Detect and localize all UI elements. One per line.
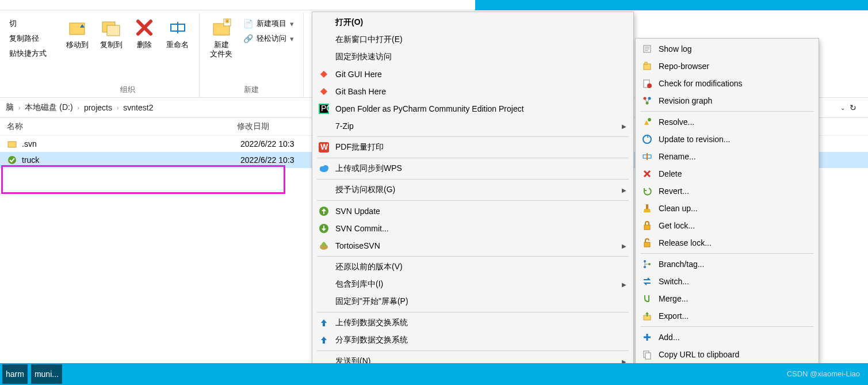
menu-separator [640,326,814,327]
submenu-arrow-icon: ▶ [622,281,626,288]
graph-icon [640,94,654,108]
dropdown-icon[interactable]: ⌄ [839,105,846,111]
menu-separator [317,136,629,137]
menu-item[interactable]: 在新窗口中打开(E) [313,31,632,48]
menu-separator [317,179,629,180]
menu-item[interactable]: 固定到快速访问 [313,48,632,66]
new-item-icon: 📄 [243,18,253,29]
menu-item[interactable]: Switch... [637,273,817,290]
svg-text:W: W [320,142,328,151]
svn-ok-icon [7,155,17,165]
menu-item[interactable]: 还原以前的版本(V) [313,258,632,276]
menu-item[interactable]: SVN Commit... [313,220,632,237]
copy-path-button[interactable]: 复制路径 [7,32,49,45]
menu-item[interactable]: Clean up... [637,200,817,217]
menu-separator [317,256,629,257]
submenu-arrow-icon: ▶ [622,187,626,193]
taskbar-button[interactable]: harm [2,364,28,384]
menu-item[interactable]: 授予访问权限(G)▶ [313,181,632,199]
breadcrumb-seg[interactable]: 脑 [5,102,15,113]
cut-button[interactable]: 切 [7,17,49,30]
wps-icon: W [317,140,331,154]
add-icon [640,330,654,344]
menu-item[interactable]: Get lock... [637,217,817,234]
breadcrumb-seg[interactable]: projects [83,103,113,112]
rename-icon [167,17,188,38]
rename-button[interactable]: 重命名 [163,15,192,52]
menu-separator [640,253,814,254]
menu-item[interactable]: Update to revision... [637,131,817,148]
menu-item[interactable]: Git Bash Here [313,83,632,100]
column-date[interactable]: 修改日期 [237,121,318,132]
menu-item[interactable]: Revert... [637,182,817,200]
menu-item[interactable]: Release lock... [637,234,817,251]
menu-item-label: SVN Update [335,207,380,216]
easy-access-button[interactable]: 🔗 轻松访问▾ [240,32,296,45]
paste-shortcut-button[interactable]: 贴快捷方式 [7,47,49,60]
refresh-icon[interactable]: ↻ [848,103,858,112]
up-icon [317,333,331,347]
menu-item[interactable]: Git GUI Here [313,66,632,83]
update-icon [640,132,654,146]
menu-item[interactable]: 打开(O) [313,14,632,31]
menu-item[interactable]: 上传或同步到WPS [313,160,632,177]
menu-item[interactable]: Rename... [637,148,817,165]
menu-item-label: Check for modifications [659,79,743,88]
watermark: CSDN @xiaomei-Liao [787,369,860,378]
log-icon [640,42,654,56]
menu-item[interactable]: Branch/tag... [637,256,817,273]
menu-item[interactable]: Add... [637,329,817,346]
copy-to-button[interactable]: 复制到 [97,15,126,52]
new-item-button[interactable]: 📄 新建项目▾ [240,17,296,30]
breadcrumb-seg[interactable]: 本地磁盘 (D:) [24,102,74,113]
svg-text:PC: PC [321,104,329,113]
menu-item[interactable]: Delete [637,165,817,182]
svg-rect-8 [8,142,16,147]
svg-rect-46 [645,353,651,359]
menu-item[interactable]: SVN Update [313,203,632,220]
menu-item[interactable]: 包含到库中(I)▶ [313,276,632,293]
menu-item-label: Add... [659,333,680,342]
menu-item[interactable]: Check for modifications [637,75,817,92]
menu-item[interactable]: 分享到数据交换系统 [313,331,632,349]
menu-item[interactable]: Export... [637,307,817,325]
git-icon [317,67,331,81]
svg-rect-2 [107,25,120,36]
menu-item[interactable]: Resolve... [637,113,817,131]
menu-item[interactable]: 7-Zip▶ [313,117,632,135]
blank-icon [317,277,331,291]
menu-item[interactable]: Show log [637,40,817,58]
menu-item[interactable]: Revision graph [637,92,817,109]
breadcrumb-seg[interactable]: svntest2 [122,103,154,112]
menu-item-label: Update to revision... [659,135,731,144]
move-to-button[interactable]: 移动到 [63,15,92,52]
mods-icon [640,77,654,90]
taskbar: harm muni... [0,363,868,385]
menu-item-label: 包含到库中(I) [335,279,383,289]
menu-item[interactable]: Repo-browser [637,58,817,75]
menu-item[interactable]: Copy URL to clipboard [637,346,817,363]
menu-item[interactable]: WPDF批量打印 [313,139,632,156]
new-folder-icon: ✷ [211,17,232,38]
menu-item[interactable]: PCOpen Folder as PyCharm Community Editi… [313,100,632,117]
svg-rect-28 [645,62,647,64]
svg-rect-39 [644,225,650,230]
menu-item-label: Show log [659,44,692,54]
blank-icon [317,33,331,47]
menu-item-label: 固定到"开始"屏幕(P) [335,296,408,307]
menu-item-label: Open Folder as PyCharm Community Edition… [335,104,524,113]
merge-icon [640,292,654,306]
context-menu: 打开(O)在新窗口中打开(E)固定到快速访问Git GUI HereGit Ba… [312,12,634,372]
up-icon [317,316,331,330]
column-name[interactable]: 名称 [7,121,237,132]
menu-item[interactable]: Merge... [637,290,817,307]
delete-button[interactable]: 删除 [131,15,158,52]
menu-item[interactable]: 固定到"开始"屏幕(P) [313,293,632,310]
menu-item[interactable]: TortoiseSVN▶ [313,237,632,254]
menu-item[interactable]: 上传到数据交换系统 [313,314,632,331]
menu-item-label: Branch/tag... [659,260,704,269]
new-folder-button[interactable]: ✷ 新建 文件夹 [207,15,236,60]
menu-item-label: SVN Commit... [335,224,389,233]
taskbar-button[interactable]: muni... [31,364,62,384]
branch-icon [640,257,654,271]
